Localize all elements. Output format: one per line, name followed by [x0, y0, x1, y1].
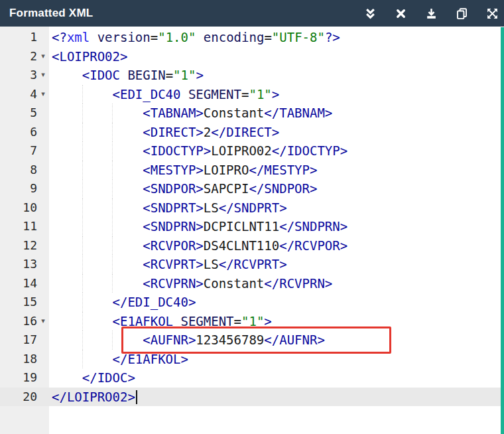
- line-number: 8: [0, 161, 37, 180]
- code-text: <?xml version="1.0" encoding="UTF-8"?>: [49, 28, 501, 47]
- line-number: 18: [0, 350, 37, 369]
- line-number: 15: [0, 293, 37, 312]
- fold-spacer: [37, 141, 49, 161]
- fold-spacer: [37, 274, 49, 293]
- indent-guide: [82, 141, 83, 161]
- line-number: 12: [0, 236, 37, 255]
- fold-toggle-icon[interactable]: ▾: [37, 85, 49, 104]
- fold-toggle-icon[interactable]: ▾: [37, 66, 49, 85]
- indent-guide: [82, 104, 83, 123]
- code-text: <DIRECT>2</DIRECT>: [49, 123, 501, 142]
- code-text: <EDI_DC40 SEGMENT="1">: [49, 85, 501, 104]
- text-cursor: [136, 390, 137, 404]
- indent-guide: [112, 236, 113, 255]
- line-number: 6: [0, 123, 37, 142]
- code-line[interactable]: 13 <RCVPRT>LS</RCVPRT>: [0, 255, 501, 274]
- indent-guide: [82, 85, 83, 104]
- indent-guide: [112, 123, 113, 142]
- line-number: 10: [0, 198, 37, 218]
- indent-guide: [112, 255, 113, 274]
- fold-spacer: [37, 161, 49, 180]
- line-number: 7: [0, 141, 37, 161]
- collapse-all-icon[interactable]: [363, 7, 377, 20]
- fold-spacer: [37, 255, 49, 274]
- header-icons: [363, 0, 499, 27]
- code-text: <SNDPRN>DCPICLNT11</SNDPRN>: [49, 217, 501, 236]
- xml-code-editor[interactable]: 1<?xml version="1.0" encoding="UTF-8"?>2…: [0, 27, 504, 434]
- code-line[interactable]: 3▾ <IDOC BEGIN="1">: [0, 66, 501, 85]
- indent-guide: [112, 141, 113, 161]
- fold-spacer: [37, 350, 49, 369]
- code-line[interactable]: 7 <IDOCTYP>LOIPRO02</IDOCTYP>: [0, 141, 501, 161]
- code-line[interactable]: 6 <DIRECT>2</DIRECT>: [0, 123, 501, 142]
- indent-guide: [82, 293, 83, 312]
- code-text: <TABNAM>Constant</TABNAM>: [49, 104, 501, 123]
- code-text: </E1AFKOL>: [49, 350, 501, 369]
- code-text: </IDOC>: [49, 368, 501, 388]
- indent-guide: [82, 312, 83, 331]
- fold-spacer: [37, 236, 49, 255]
- indent-guide: [82, 198, 83, 218]
- fold-spacer: [37, 104, 49, 123]
- code-line[interactable]: 1<?xml version="1.0" encoding="UTF-8"?>: [0, 28, 501, 47]
- code-lines: 1<?xml version="1.0" encoding="UTF-8"?>2…: [0, 28, 501, 406]
- line-number: 20: [0, 388, 37, 407]
- code-text: <E1AFKOL SEGMENT="1">: [49, 312, 501, 331]
- code-line[interactable]: 5 <TABNAM>Constant</TABNAM>: [0, 104, 501, 123]
- code-line[interactable]: 12 <RCVPOR>DS4CLNT110</RCVPOR>: [0, 236, 501, 255]
- indent-guide: [82, 123, 83, 142]
- code-line[interactable]: 11 <SNDPRN>DCPICLNT11</SNDPRN>: [0, 217, 501, 236]
- code-line[interactable]: 9 <SNDPOR>SAPCPI</SNDPOR>: [0, 179, 501, 198]
- code-text: </LOIPRO02>: [49, 388, 501, 407]
- indent-guide: [82, 217, 83, 236]
- code-text: <SNDPRT>LS</SNDPRT>: [49, 198, 501, 218]
- code-line[interactable]: 18 </E1AFKOL>: [0, 350, 501, 369]
- fold-toggle-icon[interactable]: ▾: [37, 47, 49, 66]
- fold-spacer: [37, 28, 49, 47]
- indent-guide: [112, 274, 113, 293]
- line-number: 9: [0, 179, 37, 198]
- panel-title: Formatted XML: [9, 0, 93, 27]
- code-line[interactable]: 17 <AUFNR>123456789</AUFNR>: [0, 330, 501, 350]
- code-text: <RCVPOR>DS4CLNT110</RCVPOR>: [49, 236, 501, 255]
- indent-guide: [112, 161, 113, 180]
- code-text: </EDI_DC40>: [49, 293, 501, 312]
- download-icon[interactable]: [424, 7, 438, 20]
- copy-icon[interactable]: [455, 7, 468, 20]
- line-number: 14: [0, 274, 37, 293]
- line-number: 5: [0, 104, 37, 123]
- fold-spacer: [37, 388, 49, 407]
- indent-guide: [82, 274, 83, 293]
- fold-spacer: [37, 368, 49, 388]
- code-line[interactable]: 19 </IDOC>: [0, 368, 501, 388]
- indent-guide: [112, 198, 113, 218]
- code-line[interactable]: 20</LOIPRO02>: [0, 388, 501, 407]
- indent-guide: [82, 179, 83, 198]
- code-text: <IDOCTYP>LOIPRO02</IDOCTYP>: [49, 141, 501, 161]
- close-icon[interactable]: [394, 7, 407, 20]
- fold-spacer: [37, 330, 49, 350]
- line-number: 16: [0, 312, 37, 331]
- code-line[interactable]: 16▾ <E1AFKOL SEGMENT="1">: [0, 312, 501, 331]
- scrollbar[interactable]: [501, 27, 504, 434]
- code-text: <MESTYP>LOIPRO</MESTYP>: [49, 161, 501, 180]
- code-line[interactable]: 4▾ <EDI_DC40 SEGMENT="1">: [0, 85, 501, 104]
- code-text: <AUFNR>123456789</AUFNR>: [49, 330, 501, 350]
- fold-spacer: [37, 293, 49, 312]
- code-line[interactable]: 10 <SNDPRT>LS</SNDPRT>: [0, 198, 501, 218]
- indent-guide: [112, 217, 113, 236]
- indent-guide: [82, 255, 83, 274]
- fold-spacer: [37, 217, 49, 236]
- code-line[interactable]: 8 <MESTYP>LOIPRO</MESTYP>: [0, 161, 501, 180]
- code-line[interactable]: 2▾<LOIPRO02>: [0, 47, 501, 66]
- line-number: 3: [0, 66, 37, 85]
- fold-spacer: [37, 123, 49, 142]
- expand-icon[interactable]: [485, 7, 499, 20]
- indent-guide: [82, 161, 83, 180]
- fold-toggle-icon[interactable]: ▾: [37, 312, 49, 331]
- code-line[interactable]: 15 </EDI_DC40>: [0, 293, 501, 312]
- fold-spacer: [37, 198, 49, 218]
- code-text: <RCVPRT>LS</RCVPRT>: [49, 255, 501, 274]
- code-line[interactable]: 14 <RCVPRN>Constant</RCVPRN>: [0, 274, 501, 293]
- line-number: 4: [0, 85, 37, 104]
